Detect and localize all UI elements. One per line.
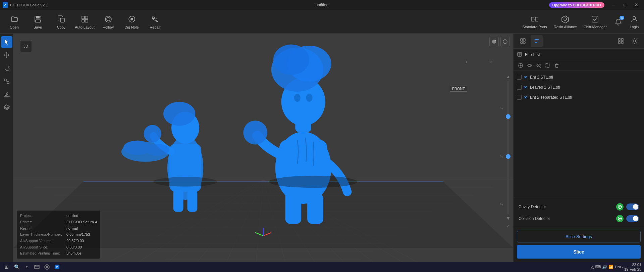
- search-btn[interactable]: 🔍: [13, 263, 21, 271]
- panel-tab-grid[interactable]: [615, 35, 627, 47]
- file-check-0[interactable]: [517, 75, 522, 80]
- file-list-title: File List: [525, 52, 540, 57]
- fl-add-btn[interactable]: [517, 62, 524, 69]
- open-icon: [10, 14, 19, 24]
- tray-lang[interactable]: ENG: [615, 265, 623, 269]
- restore-button[interactable]: □: [620, 2, 630, 8]
- toolbar-dig-hole[interactable]: Dig Hole: [121, 12, 143, 32]
- file-items-list: 👁 Ent 2 STL.stl 👁 Leaves 2 STL.stl 👁 Ent…: [514, 71, 644, 197]
- toolbar-copy[interactable]: Copy: [50, 12, 72, 32]
- view-next-btn[interactable]: ›: [488, 59, 494, 64]
- tray-icon-3[interactable]: 🔊: [602, 265, 607, 269]
- minimize-button[interactable]: ─: [608, 2, 619, 8]
- svg-line-27: [5, 94, 6, 96]
- cavity-toggle[interactable]: [626, 203, 639, 210]
- sidebar-layers[interactable]: [1, 102, 12, 113]
- resin-alliance-button[interactable]: Resin Alliance: [554, 14, 577, 29]
- svg-line-23: [6, 81, 7, 82]
- svg-point-88: [503, 40, 507, 44]
- layer-label: Layer Thickness/Number:: [20, 231, 64, 238]
- svg-point-100: [634, 40, 636, 42]
- slider-marker-2: ½: [500, 154, 503, 158]
- collision-green-btn[interactable]: [616, 215, 624, 222]
- view-prev-btn[interactable]: ‹: [464, 59, 469, 64]
- view-cube[interactable]: 3D: [17, 37, 35, 55]
- svg-point-13: [131, 18, 133, 20]
- taskbar-app[interactable]: C: [53, 263, 61, 271]
- slider-down-btn[interactable]: ▼: [506, 216, 511, 221]
- file-item-0[interactable]: 👁 Ent 2 STL.stl: [514, 72, 644, 82]
- upgrade-button[interactable]: Upgrade to CHITUBOX PRO: [549, 2, 604, 8]
- slice-button[interactable]: Slice: [517, 245, 641, 259]
- file-item-1[interactable]: 👁 Leaves 2 STL.stl: [514, 82, 644, 92]
- cavity-green-btn[interactable]: [616, 203, 624, 211]
- svg-rect-14: [531, 17, 534, 21]
- sidebar-rotate[interactable]: [1, 62, 12, 74]
- titlebar: C CHITUBOX Basic V2.1 untitled Upgrade t…: [0, 0, 644, 10]
- expand-icon[interactable]: ⤢: [506, 224, 510, 228]
- file-check-1[interactable]: [517, 85, 522, 90]
- fl-hide-all-btn[interactable]: [535, 62, 542, 69]
- tray-icon-1[interactable]: △: [591, 265, 594, 269]
- svg-rect-110: [546, 63, 550, 67]
- panel-tab-settings[interactable]: [629, 35, 641, 47]
- cavity-detector-row: Cavity Detector: [517, 201, 641, 213]
- wireframe-view-btn[interactable]: [500, 37, 510, 46]
- sidebar-move[interactable]: [1, 49, 12, 61]
- tray-start: ⊞ 🔍 e C: [0, 262, 64, 272]
- tray-icon-2[interactable]: ⌨: [595, 265, 601, 269]
- sidebar-scale[interactable]: [1, 76, 12, 87]
- panel-tab-files[interactable]: [517, 35, 529, 47]
- title-controls: Upgrade to CHITUBOX PRO ─ □ ✕: [549, 2, 641, 8]
- slice-value: 0.88/0.00: [66, 244, 82, 251]
- file-eye-1[interactable]: 👁: [524, 85, 528, 90]
- tray-icon-4[interactable]: 📶: [608, 265, 613, 269]
- file-list-header: File List: [514, 49, 644, 60]
- toolbar-save[interactable]: Save: [27, 12, 49, 32]
- file-eye-2[interactable]: 👁: [524, 95, 528, 100]
- volume-label: All/Support Volume:: [20, 238, 64, 244]
- shaded-view-btn[interactable]: [489, 37, 499, 46]
- file-name-2: Ent 2 separated STL.stl: [530, 95, 641, 100]
- fl-delete-btn[interactable]: [553, 62, 560, 69]
- fl-show-all-btn[interactable]: [526, 62, 533, 69]
- toolbar-hollow[interactable]: Hollow: [97, 12, 119, 32]
- app-info: C CHITUBOX Basic V2.1: [3, 2, 48, 8]
- toolbar-open[interactable]: Open: [3, 12, 25, 32]
- taskbar-chrome[interactable]: [43, 263, 51, 271]
- taskbar-explorer[interactable]: [33, 263, 41, 271]
- svg-point-11: [107, 17, 110, 21]
- slice-settings-button[interactable]: Slice Settings: [517, 231, 641, 242]
- slider-thumb-upper[interactable]: [506, 114, 511, 119]
- sidebar-support[interactable]: [1, 89, 12, 100]
- sidebar-select[interactable]: [1, 36, 12, 48]
- toolbar-repair[interactable]: Repair: [144, 12, 166, 32]
- toolbar-auto-layout[interactable]: Auto Layout: [74, 12, 96, 32]
- tray-time[interactable]: 22:01 19-Feb-25: [624, 262, 641, 272]
- file-check-2[interactable]: [517, 95, 522, 100]
- file-eye-0[interactable]: 👁: [524, 75, 528, 80]
- standard-parts-button[interactable]: Standard Parts: [522, 14, 547, 29]
- slider-track[interactable]: [507, 81, 509, 214]
- viewport[interactable]: 3D ‹ FRONT ›: [13, 34, 513, 262]
- fl-select-all-btn[interactable]: [544, 62, 551, 69]
- chitumanager-button[interactable]: ChituManager: [584, 14, 607, 29]
- svg-point-72: [243, 121, 267, 145]
- standard-parts-icon: [530, 14, 539, 24]
- dig-hole-icon: [127, 14, 137, 24]
- info-overlay: Project: untitled Printer: ELEGOO Saturn…: [17, 211, 100, 259]
- svg-rect-7: [85, 16, 88, 19]
- slider-thumb-lower[interactable]: [506, 154, 511, 159]
- collision-toggle[interactable]: [626, 215, 639, 222]
- login-button[interactable]: Login: [630, 14, 639, 29]
- slider-up-btn[interactable]: ▲: [506, 74, 511, 79]
- collision-detector-controls: [616, 215, 639, 222]
- file-item-2[interactable]: 👁 Ent 2 separated STL.stl: [514, 92, 644, 102]
- windows-start-btn[interactable]: ⊞: [3, 263, 11, 271]
- panel-tab-list[interactable]: [531, 35, 543, 47]
- close-button[interactable]: ✕: [631, 2, 641, 8]
- copy-icon: [57, 14, 66, 24]
- notifications-button[interactable]: 4: [613, 17, 623, 27]
- svg-rect-98: [619, 42, 620, 43]
- taskbar-edge[interactable]: e: [23, 263, 31, 271]
